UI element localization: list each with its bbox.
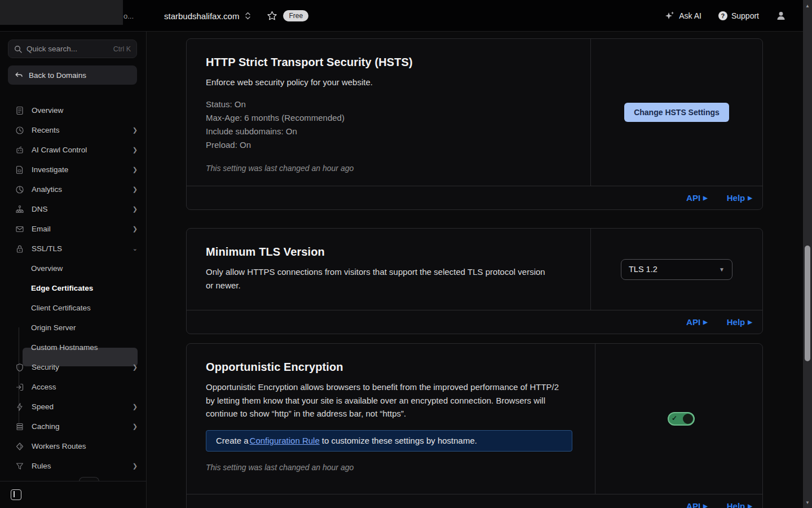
sidebar-subitem-client-certificates[interactable]: Client Certificates bbox=[0, 298, 147, 318]
user-avatar-icon[interactable] bbox=[776, 11, 786, 21]
triangle-right-icon: ▶ bbox=[748, 319, 752, 325]
oe-card-title: Opportunistic Encryption bbox=[206, 361, 572, 374]
min-tls-help-link[interactable]: Help▶ bbox=[727, 317, 752, 327]
sidebar-subitem-custom-hostnames[interactable]: Custom Hostnames bbox=[0, 338, 147, 357]
configuration-rule-banner: Create a Configuration Rule to customize… bbox=[206, 430, 572, 452]
sidebar-item-speed[interactable]: Speed❯ bbox=[0, 397, 147, 417]
banner-text-suffix: to customize these settings by hostname. bbox=[322, 436, 477, 445]
scroll-down-arrow-icon[interactable]: ▼ bbox=[803, 498, 812, 507]
topbar: o... starbudshalifax.com Free Ask AI ? S… bbox=[0, 0, 812, 32]
search-shortcut-hint: Ctrl K bbox=[113, 45, 131, 53]
shield-icon bbox=[15, 363, 24, 372]
opportunistic-encryption-card: Opportunistic Encryption Opportunistic E… bbox=[186, 343, 763, 508]
search-input[interactable] bbox=[27, 45, 109, 53]
dropdown-caret-icon: ▼ bbox=[719, 266, 725, 273]
hsts-preload: Preload: On bbox=[206, 138, 568, 152]
check-icon: ✓ bbox=[672, 414, 677, 422]
hsts-include-subdomains: Include subdomains: On bbox=[206, 125, 568, 138]
ask-ai-button[interactable]: Ask AI bbox=[665, 11, 701, 21]
sidebar-item-access[interactable]: Access bbox=[0, 377, 147, 397]
tls-version-value: TLS 1.2 bbox=[629, 265, 657, 274]
redacted-logo-area bbox=[0, 0, 123, 25]
hsts-card-description: Enforce web security policy for your web… bbox=[206, 76, 567, 89]
oe-help-link[interactable]: Help▶ bbox=[727, 501, 752, 508]
sidebar-item-ssl-tls[interactable]: SSL/TLS⌄ bbox=[0, 239, 147, 259]
vertical-scrollbar[interactable]: ▲ ▼ bbox=[803, 0, 812, 508]
domain-switcher-chevrons-icon[interactable] bbox=[245, 12, 251, 20]
triangle-right-icon: ▶ bbox=[703, 319, 708, 325]
clock-history-icon bbox=[15, 126, 24, 135]
sidebar-item-rules[interactable]: Rules❯ bbox=[0, 456, 147, 476]
cache-stack-icon bbox=[15, 422, 24, 431]
triangle-right-icon: ▶ bbox=[703, 503, 708, 508]
sidebar-item-ai-crawl-control[interactable]: AI Crawl Control❯ bbox=[0, 140, 147, 160]
sidebar: Ctrl K Back to Domains Overview Recents❯… bbox=[0, 32, 147, 508]
scrollbar-thumb[interactable] bbox=[805, 246, 810, 361]
triangle-right-icon: ▶ bbox=[748, 195, 752, 201]
chevron-right-icon: ❯ bbox=[133, 166, 138, 173]
sidebar-item-dns[interactable]: DNS❯ bbox=[0, 199, 147, 219]
hsts-card-title: HTTP Strict Transport Security (HSTS) bbox=[206, 56, 568, 69]
chevron-right-icon: ❯ bbox=[133, 186, 138, 193]
chevron-right-icon: ❯ bbox=[133, 423, 138, 430]
collapse-sidebar-icon[interactable] bbox=[11, 489, 21, 500]
login-arrow-icon bbox=[15, 383, 24, 392]
sidebar-item-investigate[interactable]: Investigate❯ bbox=[0, 160, 147, 179]
question-circle-icon: ? bbox=[718, 11, 727, 20]
plan-badge: Free bbox=[283, 10, 308, 21]
sidebar-item-analytics[interactable]: Analytics❯ bbox=[0, 179, 147, 199]
min-tls-card-title: Minimum TLS Version bbox=[206, 246, 568, 259]
chevron-right-icon: ❯ bbox=[133, 403, 138, 410]
sidebar-nav: Overview Recents❯ AI Crawl Control❯ Inve… bbox=[0, 100, 147, 476]
tls-version-select[interactable]: TLS 1.2 ▼ bbox=[621, 259, 732, 280]
search-icon bbox=[14, 45, 22, 53]
quick-search-box[interactable]: Ctrl K bbox=[8, 40, 137, 58]
back-to-domains-button[interactable]: Back to Domains bbox=[8, 65, 137, 85]
scroll-up-arrow-icon[interactable]: ▲ bbox=[803, 1, 812, 10]
sidebar-subitem-ssl-overview[interactable]: Overview bbox=[0, 259, 147, 278]
document-icon bbox=[15, 106, 24, 115]
file-search-icon bbox=[15, 165, 24, 174]
padlock-icon bbox=[15, 244, 24, 253]
back-to-domains-label: Back to Domains bbox=[29, 71, 86, 80]
sidebar-subitem-origin-server[interactable]: Origin Server bbox=[0, 318, 147, 338]
oe-api-link[interactable]: API▶ bbox=[686, 501, 708, 508]
min-tls-card-description: Only allow HTTPS connections from visito… bbox=[206, 265, 554, 292]
sidebar-subitem-edge-certificates[interactable]: Edge Certificates bbox=[0, 278, 147, 298]
sidebar-item-workers-routes[interactable]: Workers Routes bbox=[0, 436, 147, 456]
opportunistic-encryption-toggle[interactable]: ✓ bbox=[668, 412, 695, 426]
support-button[interactable]: ? Support bbox=[718, 11, 759, 20]
banner-text-prefix: Create a bbox=[216, 436, 249, 445]
sidebar-item-security[interactable]: Security❯ bbox=[0, 357, 147, 377]
support-label: Support bbox=[731, 11, 759, 20]
funnel-icon bbox=[15, 462, 24, 471]
domain-name: starbudshalifax.com bbox=[164, 11, 239, 21]
configuration-rule-link[interactable]: Configuration Rule bbox=[250, 436, 320, 445]
triangle-right-icon: ▶ bbox=[748, 503, 752, 508]
hsts-help-link[interactable]: Help▶ bbox=[727, 193, 752, 203]
network-hierarchy-icon bbox=[15, 205, 24, 214]
lightning-bolt-icon bbox=[15, 402, 24, 411]
triangle-right-icon: ▶ bbox=[703, 195, 708, 201]
hsts-last-changed-note: This setting was last changed an hour ag… bbox=[206, 164, 568, 173]
sidebar-item-recents[interactable]: Recents❯ bbox=[0, 120, 147, 140]
oe-last-changed-note: This setting was last changed an hour ag… bbox=[206, 463, 572, 472]
account-name-truncated: o... bbox=[123, 0, 134, 32]
envelope-icon bbox=[15, 225, 24, 234]
main-content: HTTP Strict Transport Security (HSTS) En… bbox=[147, 32, 803, 508]
sidebar-item-overview[interactable]: Overview bbox=[0, 100, 147, 120]
pie-chart-icon bbox=[15, 185, 24, 194]
chevron-right-icon: ❯ bbox=[133, 126, 138, 134]
sidebar-item-email[interactable]: Email❯ bbox=[0, 219, 147, 239]
chevron-right-icon: ❯ bbox=[133, 364, 138, 371]
hsts-status: Status: On bbox=[206, 98, 568, 111]
back-arrow-icon bbox=[15, 72, 23, 79]
chevron-right-icon: ❯ bbox=[133, 146, 138, 154]
chevron-right-icon: ❯ bbox=[133, 225, 138, 233]
change-hsts-settings-button[interactable]: Change HSTS Settings bbox=[624, 103, 729, 122]
sidebar-item-caching[interactable]: Caching❯ bbox=[0, 417, 147, 436]
hsts-api-link[interactable]: API▶ bbox=[686, 193, 708, 203]
min-tls-api-link[interactable]: API▶ bbox=[686, 317, 708, 327]
hsts-card: HTTP Strict Transport Security (HSTS) En… bbox=[186, 38, 763, 210]
favorite-star-icon[interactable] bbox=[267, 11, 277, 21]
